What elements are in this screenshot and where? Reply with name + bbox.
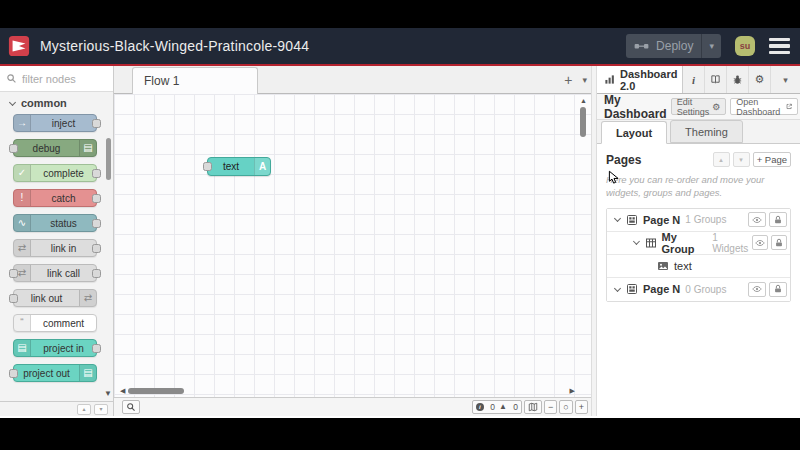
user-avatar[interactable]: su	[735, 36, 755, 56]
search-icon	[6, 73, 17, 84]
main-menu-button[interactable]	[769, 38, 790, 55]
dashboard-tab-label: Dashboard 2.0	[620, 68, 682, 92]
workspace: Flow 1 + ▾ text A ▲ ◀	[114, 66, 591, 416]
complete-icon: ✓	[14, 165, 31, 181]
tab-debug[interactable]	[727, 66, 749, 93]
comment-icon: “	[14, 315, 31, 331]
tab-config[interactable]: ⚙	[749, 66, 771, 93]
tree-row-page-1[interactable]: Page N 1 Groups	[607, 209, 790, 232]
tree-row-my-group[interactable]: My Group 1 Widgets	[607, 232, 790, 255]
navigator-toggle-button[interactable]	[524, 400, 542, 414]
link-icon: ⇄	[79, 290, 96, 306]
lock-toggle-button[interactable]	[769, 282, 787, 297]
scroll-left-icon[interactable]: ◀	[120, 387, 125, 395]
output-port	[92, 269, 101, 278]
tree-row-page-2[interactable]: Page N 0 Groups	[607, 278, 790, 301]
palette-node-inject[interactable]: → inject	[13, 114, 97, 132]
tab-dashboard-2[interactable]: Dashboard 2.0	[597, 66, 683, 93]
visibility-toggle-button[interactable]	[748, 282, 766, 297]
sidebar-tabbar: Dashboard 2.0 i ⚙ ▾	[597, 66, 800, 94]
lock-toggle-button[interactable]	[771, 235, 787, 250]
tab-layout[interactable]: Layout	[601, 121, 667, 144]
deploy-label: Deploy	[656, 39, 693, 53]
error-count: 0	[490, 403, 495, 412]
palette-filter-input[interactable]	[22, 73, 102, 85]
tab-info[interactable]: i	[683, 66, 705, 93]
chevron-down-icon[interactable]	[614, 215, 621, 222]
debug-icon: ▤	[79, 140, 96, 156]
deploy-button[interactable]: Deploy ▾	[626, 34, 721, 58]
edit-settings-button[interactable]: Edit Settings ⚙	[671, 98, 727, 115]
palette-node-catch[interactable]: ! catch	[13, 189, 97, 207]
tab-theming[interactable]: Theming	[670, 120, 743, 143]
scrollbar-thumb[interactable]	[128, 388, 184, 394]
scroll-up-icon[interactable]: ▲	[580, 97, 587, 104]
dashboard-subtabs: Layout Theming	[597, 120, 800, 144]
add-flow-button[interactable]: +	[564, 72, 572, 88]
page-icon	[626, 214, 638, 226]
palette-node-project-out[interactable]: ▤ project out	[13, 364, 97, 382]
palette-node-status[interactable]: ∿ status	[13, 214, 97, 232]
dashboard-header: My Dashboard Edit Settings ⚙ Open Dashbo…	[597, 94, 800, 120]
text-widget-icon: A	[254, 158, 270, 175]
visibility-toggle-button[interactable]	[752, 235, 768, 250]
search-icon	[126, 402, 136, 412]
zoom-out-button[interactable]: −	[544, 400, 557, 414]
sidebar-tab-list-caret[interactable]: ▾	[771, 66, 800, 93]
palette-node-comment[interactable]: “ comment	[13, 314, 97, 332]
flow-node-text[interactable]: text A	[207, 157, 271, 176]
flow-list-caret[interactable]: ▾	[582, 75, 587, 85]
tree-row-text-widget[interactable]: text	[607, 255, 790, 278]
input-port	[9, 269, 18, 278]
scroll-right-icon[interactable]: ▶	[570, 387, 575, 395]
project-icon: ▤	[79, 365, 96, 381]
palette-node-debug[interactable]: ▤ debug	[13, 139, 97, 157]
chevron-down-icon[interactable]	[633, 238, 640, 245]
eye-icon	[752, 284, 762, 294]
node-palette: common → inject ▤ debug ✓ complete ! cat…	[0, 66, 114, 416]
header: Mysterious-Black-Winged-Pratincole-9044 …	[0, 28, 800, 66]
palette-category-label: common	[21, 97, 67, 109]
chevron-down-icon	[9, 98, 16, 105]
chevron-down-icon[interactable]	[614, 285, 621, 292]
palette-scrollbar[interactable]	[106, 138, 111, 180]
node-red-logo-icon	[8, 35, 30, 57]
move-page-up-button[interactable]: ▴	[713, 152, 730, 167]
add-page-button[interactable]: + Page	[753, 152, 791, 167]
move-page-down-button[interactable]: ▾	[733, 152, 750, 167]
tab-flow-1[interactable]: Flow 1	[132, 67, 258, 94]
deploy-options-caret[interactable]: ▾	[701, 34, 721, 58]
palette-category-common[interactable]: common	[0, 92, 113, 114]
palette-node-complete[interactable]: ✓ complete	[13, 164, 97, 182]
palette-node-link-call[interactable]: ⇄ link call	[13, 264, 97, 282]
output-port	[92, 344, 101, 353]
flow-tabbar: Flow 1 + ▾	[114, 66, 591, 94]
flow-canvas[interactable]: text A ▲ ◀ ▶	[114, 94, 591, 397]
palette-collapse-up-button[interactable]: ▴	[77, 404, 91, 415]
palette-filter	[0, 66, 113, 92]
pages-header: Pages ▴ ▾ + Page	[606, 152, 791, 167]
canvas-horizontal-scrollbar[interactable]: ◀ ▶	[114, 385, 591, 397]
search-flows-button[interactable]	[122, 400, 140, 414]
zoom-reset-button[interactable]: ○	[559, 400, 572, 414]
open-dashboard-button[interactable]: Open Dashboard	[730, 98, 798, 115]
palette-node-link-in[interactable]: ⇄ link in	[13, 239, 97, 257]
palette-collapse-down-button[interactable]: ▾	[94, 404, 108, 415]
lock-toggle-button[interactable]	[769, 212, 787, 227]
tab-help[interactable]	[705, 66, 727, 93]
notifications-counter-button[interactable]: i 0 ▲ 0	[472, 400, 522, 414]
status-icon: ∿	[14, 215, 31, 231]
visibility-toggle-button[interactable]	[748, 212, 766, 227]
output-port	[92, 244, 101, 253]
zoom-in-button[interactable]: +	[575, 400, 588, 414]
input-port[interactable]	[203, 162, 212, 171]
canvas-vertical-scrollbar[interactable]: ▲	[577, 95, 590, 398]
scrollbar-thumb[interactable]	[580, 107, 586, 137]
palette-node-project-in[interactable]: ▤ project in	[13, 339, 97, 357]
palette-node-link-out[interactable]: ⇄ link out	[13, 289, 97, 307]
instance-title: Mysterious-Black-Winged-Pratincole-9044	[40, 38, 309, 54]
dashboard-title: My Dashboard	[604, 93, 667, 121]
output-port	[92, 119, 101, 128]
inject-icon: →	[14, 115, 31, 131]
scroll-down-icon[interactable]: ▼	[104, 389, 112, 398]
